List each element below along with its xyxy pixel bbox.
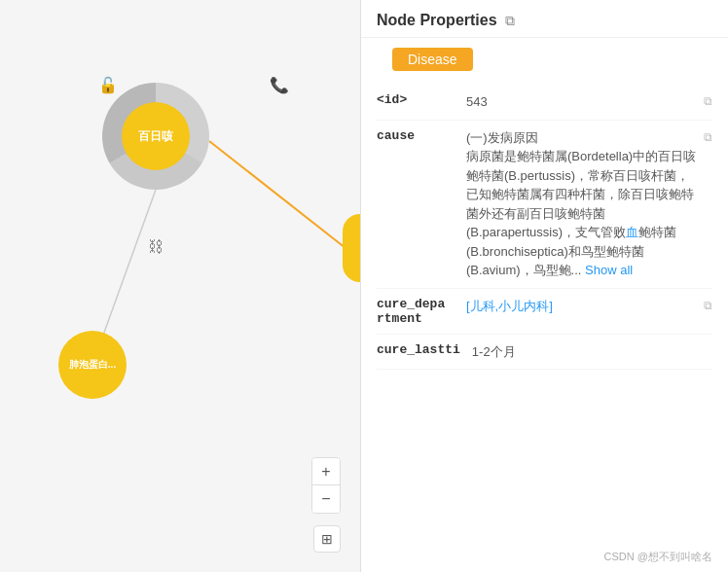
copy-icon-cure-department[interactable]: ⧉ xyxy=(704,299,712,312)
prop-key-cure-department: cure_department xyxy=(377,297,455,326)
map-icon-button[interactable]: ⊞ xyxy=(313,525,341,553)
copy-icon-id[interactable]: ⧉ xyxy=(704,94,712,108)
prop-value-cure-department: [儿科,小儿内科] xyxy=(466,297,698,316)
zoom-out-button[interactable]: − xyxy=(312,485,340,513)
prop-value-cause: (一)发病原因 病原菌是鲍特菌属(Bordetella)中的百日咳鲍特菌(B.p… xyxy=(466,128,698,280)
prop-value-wrapper-cause: (一)发病原因 病原菌是鲍特菌属(Bordetella)中的百日咳鲍特菌(B.p… xyxy=(466,128,712,280)
phone-icon: 📞 xyxy=(266,71,293,98)
secondary-node-label: 肺泡蛋白... xyxy=(65,354,120,375)
copy-icon-cause[interactable]: ⧉ xyxy=(704,130,712,144)
central-node[interactable]: 🔓 📞 ⛓ 百日咳 xyxy=(102,83,209,190)
zoom-controls: + − xyxy=(311,457,341,514)
node-inner-circle[interactable]: 百日咳 xyxy=(122,102,190,170)
prop-value-wrapper-cure-lastti: 1-2个月 xyxy=(472,342,712,362)
node-outer-ring: 🔓 📞 ⛓ 百日咳 xyxy=(102,83,209,190)
svg-line-1 xyxy=(209,141,346,248)
prop-value-id: 543 xyxy=(466,92,698,112)
panel-title: Node Properties xyxy=(377,12,497,29)
prop-row-cure-lastti: cure_lastti 1-2个月 xyxy=(377,335,712,371)
zoom-in-button[interactable]: + xyxy=(312,458,340,485)
prop-row-cause: cause (一)发病原因 病原菌是鲍特菌属(Bordetella)中的百日咳鲍… xyxy=(377,121,712,289)
secondary-node[interactable]: 肺泡蛋白... xyxy=(58,331,127,399)
secondary-node-circle: 肺泡蛋白... xyxy=(58,331,127,399)
lock-icon: 🔓 xyxy=(94,71,122,98)
disease-badge[interactable]: Disease xyxy=(392,48,473,71)
prop-row-id: <id> 543 ⧉ xyxy=(377,85,712,121)
properties-table: <id> 543 ⧉ cause (一)发病原因 病原菌是鲍特菌属(Bordet… xyxy=(361,85,728,546)
network-icon: ⛓ xyxy=(142,233,169,261)
prop-key-id: <id> xyxy=(377,92,455,107)
watermark: CSDN @想不到叫啥名 xyxy=(361,546,728,572)
prop-key-cure-lastti: cure_lastti xyxy=(377,342,460,357)
map-icon: ⊞ xyxy=(321,531,333,547)
panel-copy-icon[interactable]: ⧉ xyxy=(505,13,515,29)
properties-panel: Node Properties ⧉ Disease <id> 543 ⧉ cau… xyxy=(360,0,728,572)
show-all-button[interactable]: Show all xyxy=(585,263,633,277)
prop-row-cure-department: cure_department [儿科,小儿内科] ⧉ xyxy=(377,289,712,335)
prop-value-wrapper-cure-department: [儿科,小儿内科] ⧉ xyxy=(466,297,712,316)
prop-value-wrapper-id: 543 ⧉ xyxy=(466,92,712,112)
prop-value-cure-lastti: 1-2个月 xyxy=(472,342,712,362)
prop-key-cause: cause xyxy=(377,128,455,143)
central-node-label: 百日咳 xyxy=(138,128,173,145)
graph-panel: 🔓 📞 ⛓ 百日咳 肺泡蛋白... + − ⊞ xyxy=(0,0,360,572)
right-edge-indicator xyxy=(343,214,360,282)
panel-header: Node Properties ⧉ xyxy=(361,0,728,38)
